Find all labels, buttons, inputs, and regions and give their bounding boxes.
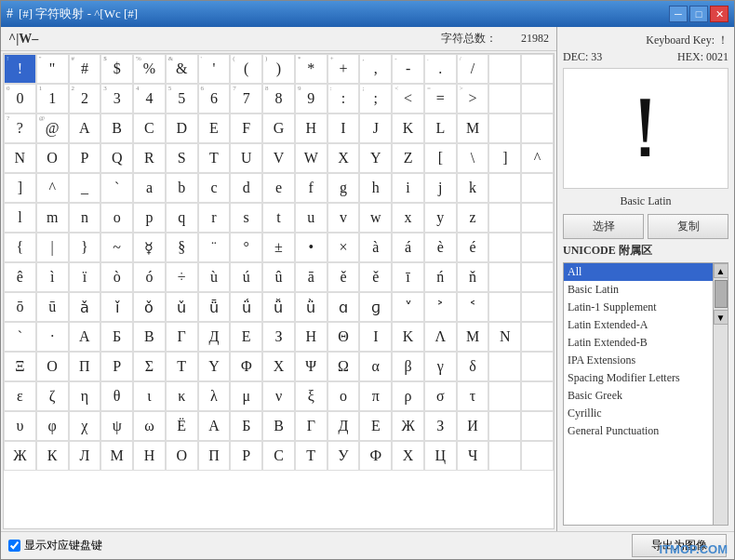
char-cell[interactable]: ±	[262, 233, 295, 262]
char-cell[interactable]: λ	[198, 381, 231, 411]
unicode-list-item[interactable]: General Punctuation	[564, 422, 713, 440]
char-cell[interactable]: ##	[69, 54, 101, 84]
char-cell[interactable]: Р	[230, 441, 262, 471]
char-cell[interactable]: ń	[424, 262, 457, 292]
char-cell[interactable]: β	[392, 352, 424, 381]
char-cell[interactable]: σ	[424, 381, 457, 411]
char-cell[interactable]	[488, 262, 521, 292]
char-cell[interactable]: ξ	[295, 381, 327, 411]
char-cell[interactable]: s	[230, 203, 262, 233]
char-cell[interactable]: >>	[457, 84, 489, 113]
char-cell[interactable]: Ф	[359, 441, 392, 471]
char-cell[interactable]: Б	[230, 411, 262, 441]
char-cell[interactable]: Ж	[4, 441, 36, 471]
char-cell[interactable]: ??	[4, 113, 36, 143]
char-cell[interactable]: α	[359, 352, 392, 381]
char-cell[interactable]: X	[327, 143, 360, 173]
char-cell[interactable]: Μ	[457, 322, 489, 352]
char-cell[interactable]: --	[392, 54, 424, 84]
char-cell[interactable]: ~	[100, 233, 133, 262]
char-cell[interactable]: П	[198, 441, 231, 471]
char-cell[interactable]: V	[262, 143, 295, 173]
char-cell[interactable]: à	[359, 233, 392, 262]
unicode-list-item[interactable]: Latin-1 Supplement	[564, 299, 713, 316]
char-cell[interactable]: μ	[230, 381, 262, 411]
char-cell[interactable]: D	[166, 113, 198, 143]
char-cell[interactable]	[488, 233, 521, 262]
char-cell[interactable]	[521, 113, 554, 143]
char-cell[interactable]: ;;	[359, 84, 392, 113]
char-cell[interactable]: ú	[230, 262, 262, 292]
char-cell[interactable]: J	[359, 113, 392, 143]
char-cell[interactable]: Ц	[424, 441, 457, 471]
unicode-list-item[interactable]: Cyrillic	[564, 405, 713, 422]
export-button[interactable]: 导出为图像	[632, 534, 727, 557]
char-cell[interactable]: m	[36, 203, 69, 233]
char-cell[interactable]: U	[230, 143, 262, 173]
char-cell[interactable]	[488, 113, 521, 143]
char-cell[interactable]: I	[327, 113, 360, 143]
char-cell[interactable]: á	[392, 233, 424, 262]
char-cell[interactable]: W	[295, 143, 327, 173]
char-cell[interactable]	[521, 322, 554, 352]
char-cell[interactable]: ǖ	[198, 292, 231, 322]
char-cell[interactable]: ā	[295, 262, 327, 292]
char-cell[interactable]: y	[424, 203, 457, 233]
char-cell[interactable]: ū	[36, 292, 69, 322]
char-cell[interactable]	[521, 173, 554, 203]
char-cell[interactable]: 66	[198, 84, 231, 113]
char-cell[interactable]: θ	[100, 381, 133, 411]
char-cell[interactable]: ==	[424, 84, 457, 113]
char-cell[interactable]: η	[69, 381, 101, 411]
char-cell[interactable]: **	[295, 54, 327, 84]
char-cell[interactable]: [	[424, 143, 457, 173]
char-cell[interactable]	[488, 54, 521, 84]
char-cell[interactable]: O	[36, 143, 69, 173]
char-cell[interactable]: δ	[457, 352, 489, 381]
char-cell[interactable]: ))	[262, 54, 295, 84]
char-cell[interactable]: 33	[100, 84, 133, 113]
char-cell[interactable]: М	[100, 441, 133, 471]
char-cell[interactable]: ò	[100, 262, 133, 292]
char-cell[interactable]: Е	[230, 322, 262, 352]
char-cell[interactable]: j	[424, 173, 457, 203]
char-cell[interactable]: c	[198, 173, 231, 203]
char-cell[interactable]: Υ	[198, 352, 231, 381]
char-cell[interactable]: ((	[230, 54, 262, 84]
char-cell[interactable]: ň	[457, 262, 489, 292]
unicode-list-item[interactable]: Basic Greek	[564, 387, 713, 405]
char-cell[interactable]: _	[69, 173, 101, 203]
char-cell[interactable]: У	[327, 441, 360, 471]
char-cell[interactable]: ''	[198, 54, 231, 84]
char-cell[interactable]: Ν	[488, 322, 521, 352]
char-cell[interactable]	[488, 411, 521, 441]
char-cell[interactable]: О	[166, 441, 198, 471]
char-cell[interactable]: Ж	[392, 411, 424, 441]
char-cell[interactable]: ""	[36, 54, 69, 84]
char-cell[interactable]: {	[4, 233, 36, 262]
char-cell[interactable]: В	[262, 411, 295, 441]
char-cell[interactable]: ō	[4, 292, 36, 322]
char-cell[interactable]: υ	[4, 411, 36, 441]
char-cell[interactable]: ǘ	[230, 292, 262, 322]
char-cell[interactable]: h	[359, 173, 392, 203]
char-cell[interactable]: ν	[262, 381, 295, 411]
char-cell[interactable]: Д	[198, 322, 231, 352]
char-cell[interactable]: 88	[262, 84, 295, 113]
char-cell[interactable]: ^	[36, 173, 69, 203]
char-cell[interactable]: ī	[392, 262, 424, 292]
char-cell[interactable]: ×	[327, 233, 360, 262]
char-cell[interactable]: ǜ	[295, 292, 327, 322]
char-cell[interactable]: π	[359, 381, 392, 411]
scroll-thumb[interactable]	[715, 280, 728, 308]
char-cell[interactable]: Φ	[230, 352, 262, 381]
char-cell[interactable]: Г	[166, 322, 198, 352]
char-cell[interactable]: !!	[4, 54, 36, 84]
unicode-list-item[interactable]: IPA Extensions	[564, 352, 713, 369]
char-cell[interactable]: a	[133, 173, 166, 203]
char-cell[interactable]: t	[262, 203, 295, 233]
char-cell[interactable]: ɡ	[359, 292, 392, 322]
char-cell[interactable]: Ρ	[100, 352, 133, 381]
char-cell[interactable]: û	[262, 262, 295, 292]
char-cell[interactable]: r	[198, 203, 231, 233]
